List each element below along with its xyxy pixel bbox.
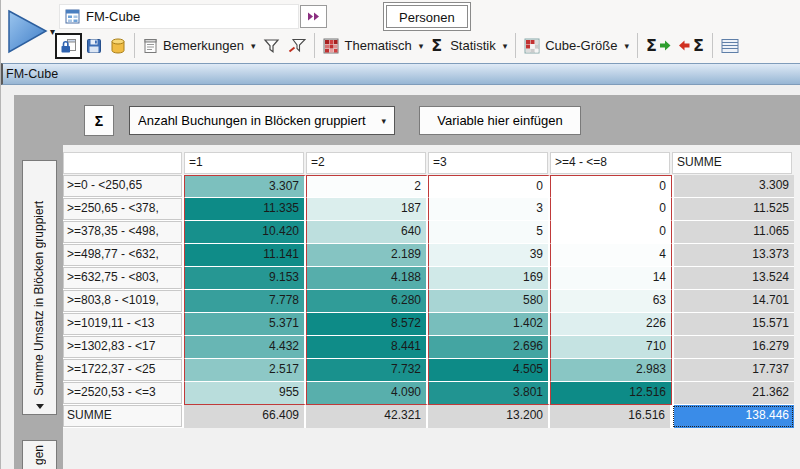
- cube-groesse-label: Cube-Größe: [545, 38, 617, 53]
- column-header[interactable]: =3: [428, 152, 550, 175]
- pivot-cell[interactable]: 7.732: [306, 359, 428, 382]
- row-header[interactable]: >=632,75 - <803,: [63, 267, 184, 290]
- column-header[interactable]: >=4 - <=8: [550, 152, 672, 175]
- clear-filter-button[interactable]: [284, 34, 310, 58]
- pivot-cell[interactable]: 1.402: [428, 313, 550, 336]
- row-sum-cell[interactable]: 17.737: [672, 359, 794, 382]
- pivot-cell[interactable]: 5: [428, 221, 550, 244]
- row-header[interactable]: >=250,65 - <378,: [63, 198, 184, 221]
- pivot-cell[interactable]: 2.517: [184, 359, 306, 382]
- cube-groesse-button[interactable]: Cube-Größe ▾: [520, 34, 633, 58]
- pivot-cell[interactable]: 11.141: [184, 244, 306, 267]
- pivot-cell[interactable]: 4.090: [306, 382, 428, 405]
- row-sum-cell[interactable]: 13.524: [672, 267, 794, 290]
- column-sum-cell[interactable]: 42.321: [306, 405, 428, 428]
- pivot-cell[interactable]: 8.441: [306, 336, 428, 359]
- save-button[interactable]: [82, 34, 106, 58]
- sum-row-header[interactable]: SUMME: [63, 405, 184, 428]
- pivot-cell[interactable]: 187: [306, 198, 428, 221]
- pivot-panel: Σ Anzahl Buchungen in Blöcken gruppiert …: [14, 95, 800, 469]
- lock-view-button[interactable]: [55, 33, 82, 59]
- toolbar-row-buttons: Bemerkungen ▾: [55, 32, 743, 59]
- pivot-cell[interactable]: 710: [550, 336, 672, 359]
- pivot-cell[interactable]: 2.696: [428, 336, 550, 359]
- row-sum-cell[interactable]: 11.065: [672, 221, 794, 244]
- expand-report-list-button[interactable]: [300, 5, 327, 28]
- pivot-cell[interactable]: 63: [550, 290, 672, 313]
- row-header[interactable]: >=803,8 - <1019,: [63, 290, 184, 313]
- pivot-cell[interactable]: 169: [428, 267, 550, 290]
- sigma-export-button[interactable]: Σ: [642, 34, 675, 58]
- pivot-cell[interactable]: 14: [550, 267, 672, 290]
- pivot-cell[interactable]: 10.420: [184, 221, 306, 244]
- column-sum-cell[interactable]: 66.409: [184, 405, 306, 428]
- column-sum-cell[interactable]: 13.200: [428, 405, 550, 428]
- column-sum-cell[interactable]: 16.516: [550, 405, 672, 428]
- pivot-cell[interactable]: 226: [550, 313, 672, 336]
- column-axis-dimension-personen[interactable]: Personen: [386, 5, 468, 28]
- thematisch-button[interactable]: Thematisch ▾: [319, 34, 427, 58]
- personen-label: Personen: [399, 10, 455, 25]
- row-axis-dimension-button[interactable]: Summe Umsatz in Blöcken gruppiert: [22, 160, 57, 415]
- measure-dropdown[interactable]: Anzahl Buchungen in Blöcken gruppiert ▾: [129, 106, 395, 135]
- pivot-cell[interactable]: 0: [550, 221, 672, 244]
- row-header[interactable]: >=1302,83 - <17: [63, 336, 184, 359]
- pivot-cell[interactable]: 2.189: [306, 244, 428, 267]
- pivot-cell[interactable]: 3.801: [428, 382, 550, 405]
- database-button[interactable]: [106, 34, 130, 58]
- pivot-cell[interactable]: 0: [550, 198, 672, 221]
- pivot-cell[interactable]: 2: [306, 175, 428, 198]
- bemerkungen-button[interactable]: Bemerkungen ▾: [139, 34, 259, 58]
- pivot-cell[interactable]: 2.983: [550, 359, 672, 382]
- row-header[interactable]: >=1019,11 - <13: [63, 313, 184, 336]
- pivot-cell[interactable]: 7.778: [184, 290, 306, 313]
- measure-sigma-button[interactable]: Σ: [84, 105, 114, 136]
- row-sum-cell[interactable]: 15.571: [672, 313, 794, 336]
- pivot-cell[interactable]: 5.371: [184, 313, 306, 336]
- pivot-cell[interactable]: 640: [306, 221, 428, 244]
- run-report-icon[interactable]: [7, 9, 49, 54]
- pivot-cell[interactable]: 580: [428, 290, 550, 313]
- pivot-cell[interactable]: 0: [550, 175, 672, 198]
- grand-total-cell[interactable]: 138.446: [672, 405, 794, 428]
- row-sum-cell[interactable]: 11.525: [672, 198, 794, 221]
- insert-axis-button-partial[interactable]: gen: [22, 440, 57, 469]
- pivot-cell[interactable]: 0: [428, 175, 550, 198]
- row-header[interactable]: >=2520,53 - <=3: [63, 382, 184, 405]
- pivot-cell[interactable]: 4: [550, 244, 672, 267]
- row-sum-cell[interactable]: 14.701: [672, 290, 794, 313]
- pivot-cell[interactable]: 12.516: [550, 382, 672, 405]
- save-icon: [86, 38, 102, 54]
- statistik-button[interactable]: Statistik ▾: [446, 34, 511, 58]
- toolbar-separator: [314, 33, 315, 58]
- row-list-button[interactable]: [717, 34, 743, 58]
- column-header[interactable]: =2: [306, 152, 428, 175]
- report-selector[interactable]: FM-Cube: [59, 4, 299, 29]
- filter-button[interactable]: [259, 34, 284, 58]
- row-header[interactable]: >=498,77 - <632,: [63, 244, 184, 267]
- pivot-cell[interactable]: 4.188: [306, 267, 428, 290]
- row-header[interactable]: >=1722,37 - <25: [63, 359, 184, 382]
- row-header[interactable]: >=0 - <250,65: [63, 175, 184, 198]
- pivot-cell[interactable]: 11.335: [184, 198, 306, 221]
- row-sum-cell[interactable]: 3.309: [672, 175, 794, 198]
- pivot-cell[interactable]: 9.153: [184, 267, 306, 290]
- insert-variable-button[interactable]: Variable hier einfügen: [419, 106, 581, 135]
- row-header[interactable]: >=378,35 - <498,: [63, 221, 184, 244]
- sigma-button[interactable]: Σ: [427, 34, 446, 58]
- pivot-cell[interactable]: 39: [428, 244, 550, 267]
- row-sum-cell[interactable]: 16.279: [672, 336, 794, 359]
- pivot-cell[interactable]: 3: [428, 198, 550, 221]
- pivot-cell[interactable]: 8.572: [306, 313, 428, 336]
- column-header[interactable]: SUMME: [672, 152, 794, 175]
- row-sum-cell[interactable]: 13.373: [672, 244, 794, 267]
- row-sum-cell[interactable]: 21.362: [672, 382, 794, 405]
- pivot-cell[interactable]: 4.432: [184, 336, 306, 359]
- pivot-cell[interactable]: 6.280: [306, 290, 428, 313]
- sigma-import-button[interactable]: Σ: [675, 34, 708, 58]
- column-header[interactable]: =1: [184, 152, 306, 175]
- application-window: ▾ FM-Cube Personen: [0, 0, 800, 469]
- pivot-cell[interactable]: 955: [184, 382, 306, 405]
- pivot-cell[interactable]: 4.505: [428, 359, 550, 382]
- pivot-cell[interactable]: 3.307: [184, 175, 306, 198]
